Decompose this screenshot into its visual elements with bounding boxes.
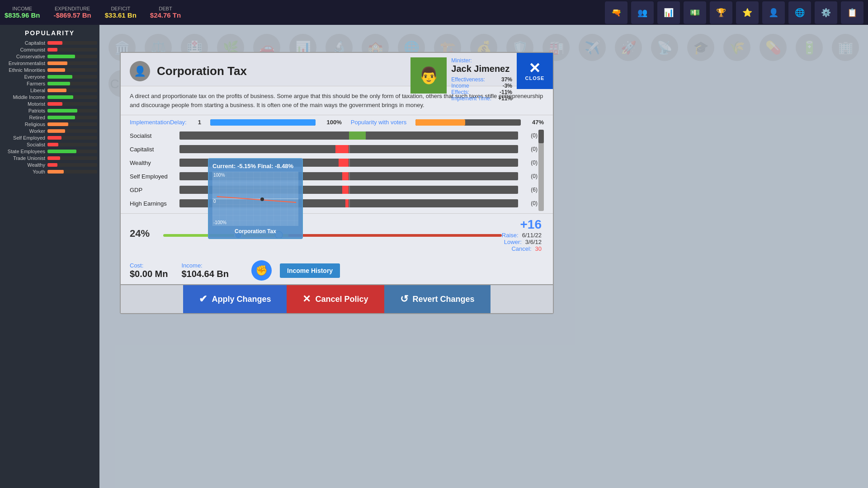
popularity-bar: [415, 119, 521, 126]
raise-val: 6/11/22: [522, 232, 542, 239]
change-number: +16: [520, 217, 542, 232]
impl-bar: [210, 119, 316, 126]
sidebar-group-trade-unionist: Trade Unionist: [2, 155, 97, 161]
minister-label: Minister:: [451, 57, 512, 64]
lower-label: Lower:: [504, 239, 522, 245]
debt-stat: DEBT $24.76 Tn: [150, 6, 181, 19]
nav-icon-users[interactable]: 👤: [762, 1, 785, 24]
sidebar-group-patriots: Patriots: [2, 108, 97, 113]
policy-modal: 👤 Corporation Tax 👨 Minister: Jack Jimen…: [120, 52, 554, 314]
sidebar-group-state-employees: State Employees: [2, 149, 97, 154]
expenditure-label: EXPENDITURE: [55, 6, 90, 11]
minister-income-label: Income: [451, 83, 469, 89]
svg-point-3: [260, 197, 264, 201]
voter-row-high-earnings: High Earnings (0): [130, 197, 544, 209]
sidebar-group-environmentalist: Environmentalist: [2, 61, 97, 66]
expenditure-stat: EXPENDITURE -$869.57 Bn: [53, 6, 91, 19]
sidebar-group-religious: Religious: [2, 122, 97, 127]
income-value: $835.96 Bn: [5, 11, 40, 19]
impl-delay-label: ImplementationDelay:: [130, 119, 187, 126]
implementation-row: ImplementationDelay: 1 100% Popularity w…: [121, 115, 553, 127]
voter-row-wealthy: Wealthy (0): [130, 157, 544, 169]
modal-title: Corporation Tax: [157, 64, 247, 78]
sidebar-group-everyone: Everyone: [2, 74, 97, 80]
effectiveness-label: Effectiveness:: [451, 76, 485, 83]
effects-label: Effects:: [451, 89, 469, 95]
income-block: Income: $104.64 Bn: [181, 262, 229, 279]
sidebar-group-worker: Worker: [2, 128, 97, 134]
minister-name: Jack Jimenez: [451, 64, 512, 74]
deficit-value: $33.61 Bn: [105, 11, 137, 19]
sidebar-group-middle-income: Middle Income: [2, 94, 97, 100]
nav-icon-list[interactable]: 📋: [841, 1, 863, 24]
income-ci-val: $104.64 Bn: [181, 269, 229, 279]
sidebar-group-socialist: Socialist: [2, 142, 97, 147]
nav-icon-settings[interactable]: ⚙️: [815, 1, 837, 24]
voter-scrollbar-thumb: [538, 130, 544, 143]
tooltip-footer: Corporation Tax: [212, 228, 298, 235]
top-bar: INCOME $835.96 Bn EXPENDITURE -$869.57 B…: [0, 0, 868, 25]
sidebar-group-wealthy: Wealthy: [2, 162, 97, 168]
minister-income-val: -3%: [503, 83, 512, 89]
sidebar-group-farmers: Farmers: [2, 81, 97, 86]
debt-value: $24.76 Tn: [150, 11, 181, 19]
nav-icon-trophy[interactable]: 🏆: [710, 1, 732, 24]
chart-y-mid: 0: [213, 199, 216, 204]
income-stat: INCOME $835.96 Bn: [5, 6, 40, 19]
cancel-val: 30: [535, 245, 542, 252]
popularity-bars: Capitalist Communist Conservative Enviro…: [2, 40, 97, 174]
revert-icon: ↺: [400, 293, 408, 305]
nav-icon-chart[interactable]: 📊: [657, 1, 680, 24]
sidebar-group-ethnic-minorities: Ethnic Minorities: [2, 67, 97, 73]
effectiveness-val: 37%: [501, 76, 512, 83]
sidebar-group-youth: Youth: [2, 169, 97, 174]
expenditure-value: -$869.57 Bn: [53, 11, 91, 19]
apply-icon: ✔: [199, 293, 207, 305]
rate-label: 24%: [130, 228, 150, 239]
nav-icon-globe[interactable]: 🌐: [788, 1, 811, 24]
minister-effectiveness: Effectiveness: 37%: [451, 76, 512, 83]
voter-row-gdp: GDP (6): [130, 184, 544, 196]
sidebar-group-liberal: Liberal: [2, 88, 97, 93]
minister-info: Minister: Jack Jimenez Effectiveness: 37…: [451, 57, 512, 102]
raise-icon: ✊: [251, 260, 272, 281]
income-history-button[interactable]: Income History: [280, 263, 340, 278]
minister-panel: 👨 Minister: Jack Jimenez Effectiveness: …: [410, 57, 512, 102]
cost-income-row: Cost: $0.00 Mn Income: $104.64 Bn ✊ Inco…: [121, 258, 553, 284]
slider-red: [288, 234, 502, 237]
popularity-bar-fill: [415, 119, 465, 126]
tooltip-title: Current: -5.15% Final: -8.48%: [212, 163, 298, 169]
minister-income: Income -3%: [451, 83, 512, 89]
modal-footer: ✔ Apply Changes ✕ Cancel Policy ↺ Revert…: [121, 284, 553, 313]
sidebar-group-conservative: Conservative: [2, 54, 97, 59]
nav-icon-people[interactable]: 👥: [631, 1, 654, 24]
lower-val: 3/6/12: [525, 239, 542, 245]
close-button[interactable]: ✕ CLOSE: [517, 53, 553, 89]
chart-y-bot: -100%: [213, 220, 226, 225]
sidebar-group-retired: Retired: [2, 115, 97, 120]
impl-time-val: +11%: [498, 95, 512, 102]
impl-time-label: Implement Time:: [451, 95, 491, 102]
debt-label: DEBT: [159, 6, 172, 11]
chart-y-top: 100%: [213, 173, 225, 178]
sidebar-group-capitalist: Capitalist: [2, 40, 97, 46]
apply-label: Apply Changes: [212, 295, 271, 304]
voter-row-self-employed: Self Employed (0): [130, 170, 544, 182]
modal-header: 👤 Corporation Tax 👨 Minister: Jack Jimen…: [121, 53, 553, 86]
close-label: CLOSE: [525, 75, 545, 81]
income-history-area: ✊ Income History: [251, 260, 340, 281]
voter-row-socialist: Socialist (0): [130, 130, 544, 141]
top-nav-icons: 🔫 👥 📊 💵 🏆 ⭐ 👤 🌐 ⚙️ 📋: [605, 1, 863, 24]
impl-bar-fill: [210, 119, 316, 126]
raise-info: +16 Raise: 6/11/22 Lower: 3/6/12 Cancel:…: [502, 217, 544, 252]
income-ci-label: Income:: [181, 262, 229, 269]
nav-icon-dollar[interactable]: 💵: [684, 1, 706, 24]
voter-row-capitalist: Capitalist (0): [130, 143, 544, 155]
deficit-stat: DEFICIT $33.61 Bn: [105, 6, 137, 19]
voter-scrollbar[interactable]: [538, 130, 544, 211]
cancel-policy-button[interactable]: ✕ Cancel Policy: [287, 285, 384, 313]
revert-changes-button[interactable]: ↺ Revert Changes: [384, 285, 491, 313]
apply-changes-button[interactable]: ✔ Apply Changes: [183, 285, 287, 313]
nav-icon-gun[interactable]: 🔫: [605, 1, 627, 24]
nav-icon-star[interactable]: ⭐: [736, 1, 759, 24]
